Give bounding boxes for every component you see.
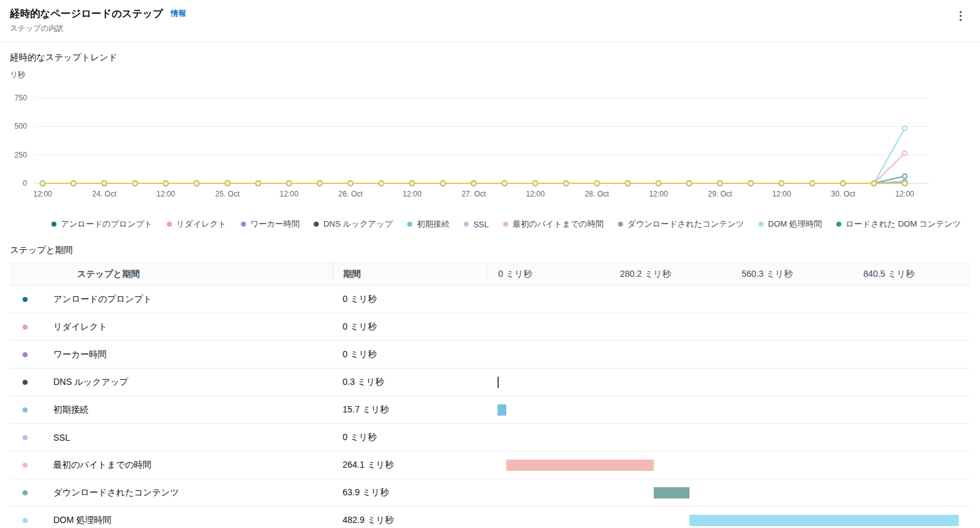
kebab-menu-icon[interactable]: ⋮ xyxy=(949,8,972,24)
legend-color-dot xyxy=(407,222,412,227)
legend-item[interactable]: ロードされた DOM コンテンツ xyxy=(836,218,961,230)
duration-axis-label: 280.2 ミリ秒 xyxy=(620,269,671,280)
duration-bar-cell xyxy=(487,313,970,340)
data-point-marker xyxy=(656,181,661,186)
legend-label: 最初のバイトまでの時間 xyxy=(513,218,604,230)
step-color-cell xyxy=(10,463,40,468)
step-color-cell xyxy=(10,518,40,523)
duration-bar-area xyxy=(498,424,966,451)
duration-bar-area xyxy=(498,341,966,368)
data-point-marker xyxy=(871,181,876,186)
step-name: ワーカー時間 xyxy=(40,349,333,360)
legend-color-dot xyxy=(51,222,56,227)
legend-item[interactable]: DNS ルックアップ xyxy=(314,218,393,230)
legend-item[interactable]: リダイレクト xyxy=(167,218,226,230)
step-color-cell xyxy=(10,380,40,385)
data-point-marker xyxy=(194,181,199,186)
data-point-marker xyxy=(256,181,260,186)
legend-item[interactable]: ワーカー時間 xyxy=(241,218,300,230)
legend-item[interactable]: 最初のバイトまでの時間 xyxy=(503,218,604,230)
x-tick-label: 12:00 xyxy=(280,190,299,198)
x-tick-label: 29. Oct xyxy=(708,190,732,198)
step-color-cell xyxy=(10,435,40,440)
step-name: SSL xyxy=(40,433,333,443)
data-point-marker xyxy=(841,181,845,186)
page-load-steps-panel: 経時的なページロードのステップ 情報 ステップの内訳 ⋮ 経時的なステップトレン… xyxy=(0,0,980,528)
page-title-text: 経時的なページロードのステップ xyxy=(10,8,163,19)
duration-bar xyxy=(498,404,506,416)
step-duration-value: 0 ミリ秒 xyxy=(333,321,487,333)
data-point-marker xyxy=(102,181,107,186)
legend-color-dot xyxy=(759,222,764,227)
duration-bar-area xyxy=(498,479,966,506)
y-axis-unit-label: リ秒 xyxy=(10,70,970,80)
column-header-duration[interactable]: 期間 xyxy=(333,263,487,285)
column-header-step[interactable]: ステップと期間 xyxy=(10,269,333,280)
data-point-marker xyxy=(718,181,722,186)
legend-label: DNS ルックアップ xyxy=(323,218,393,230)
duration-bar xyxy=(506,460,654,471)
panel-header: 経時的なページロードのステップ 情報 ステップの内訳 ⋮ xyxy=(0,0,980,42)
data-point-marker xyxy=(472,181,476,186)
legend-item[interactable]: 初期接続 xyxy=(407,218,449,230)
legend-label: アンロードのプロンプト xyxy=(61,218,152,230)
series-line xyxy=(43,128,905,183)
step-color-dot xyxy=(23,407,28,412)
data-point-marker xyxy=(379,181,383,186)
step-name: アンロードのプロンプト xyxy=(40,294,333,305)
legend-item[interactable]: アンロードのプロンプト xyxy=(51,218,152,230)
step-color-cell xyxy=(10,490,40,495)
page-title: 経時的なページロードのステップ 情報 xyxy=(10,8,186,21)
duration-bar xyxy=(690,515,959,526)
step-color-cell xyxy=(10,407,40,412)
legend-item[interactable]: DOM 処理時間 xyxy=(759,218,822,230)
data-point-marker xyxy=(133,181,137,186)
step-color-dot xyxy=(23,297,28,302)
data-point-marker xyxy=(410,181,414,186)
x-tick-label: 25. Oct xyxy=(215,190,240,198)
table-header-row: ステップと期間 期間 0 ミリ秒280.2 ミリ秒560.3 ミリ秒840.5 … xyxy=(10,263,970,286)
x-tick-label: 12:00 xyxy=(895,190,914,198)
data-point-marker xyxy=(779,181,784,186)
table-body: アンロードのプロンプト0 ミリ秒リダイレクト0 ミリ秒ワーカー時間0 ミリ秒DN… xyxy=(10,286,970,528)
data-point-marker xyxy=(903,151,907,156)
duration-bar-area xyxy=(498,369,966,396)
duration-bar-cell xyxy=(487,479,970,506)
x-tick-label: 28. Oct xyxy=(585,190,609,198)
data-point-marker xyxy=(287,181,291,186)
duration-bar xyxy=(498,377,499,388)
step-duration-value: 0 ミリ秒 xyxy=(333,432,487,443)
step-name: 初期接続 xyxy=(40,404,333,416)
data-point-marker xyxy=(164,181,168,186)
data-point-marker xyxy=(440,181,445,186)
data-point-marker xyxy=(903,126,907,131)
duration-bar-cell xyxy=(487,424,970,451)
duration-bar-area xyxy=(498,286,966,313)
steps-table-section: ステップと期間 ステップと期間 期間 0 ミリ秒280.2 ミリ秒560.3 ミ… xyxy=(0,245,980,528)
step-duration-value: 15.7 ミリ秒 xyxy=(333,404,487,416)
data-point-marker xyxy=(348,181,353,186)
trend-line-chart[interactable]: 025050075012:0024. Oct12:0025. Oct12:002… xyxy=(10,82,970,201)
step-color-dot xyxy=(23,490,28,495)
duration-bar xyxy=(654,487,690,498)
data-point-marker xyxy=(564,181,568,186)
step-color-dot xyxy=(23,518,28,523)
step-color-dot xyxy=(23,325,28,330)
legend-color-dot xyxy=(618,222,623,227)
legend-item[interactable]: SSL xyxy=(464,218,489,230)
legend-label: ダウンロードされたコンテンツ xyxy=(627,218,744,230)
y-tick-label: 0 xyxy=(23,179,27,188)
legend-label: DOM 処理時間 xyxy=(768,218,822,230)
legend-label: ワーカー時間 xyxy=(250,218,300,230)
x-tick-label: 30. Oct xyxy=(831,190,856,198)
table-row: 最初のバイトまでの時間264.1 ミリ秒 xyxy=(10,451,970,479)
legend-item[interactable]: ダウンロードされたコンテンツ xyxy=(618,218,744,230)
data-point-marker xyxy=(317,181,322,186)
step-duration-value: 0 ミリ秒 xyxy=(333,294,487,305)
info-link[interactable]: 情報 xyxy=(171,9,186,18)
chart-title: 経時的なステップトレンド xyxy=(10,52,970,63)
duration-axis-label: 0 ミリ秒 xyxy=(498,269,532,280)
data-point-marker xyxy=(225,181,230,186)
step-color-dot xyxy=(23,352,28,357)
step-duration-value: 63.9 ミリ秒 xyxy=(333,487,487,498)
